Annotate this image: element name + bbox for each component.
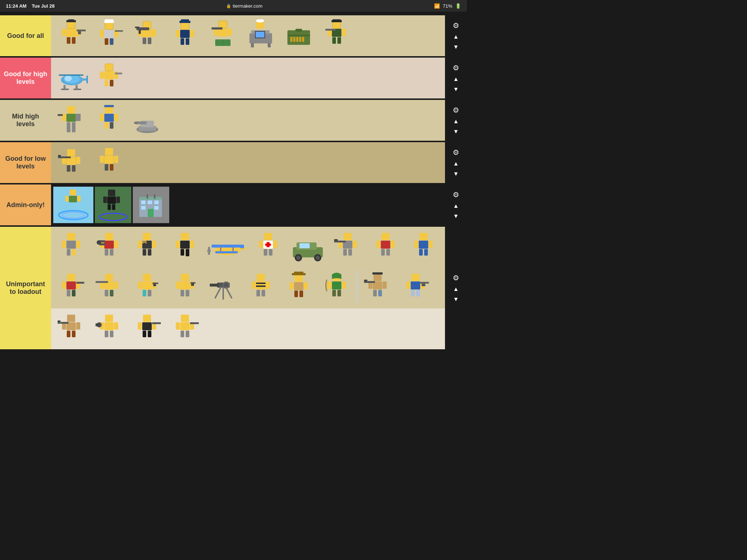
list-item[interactable] — [368, 229, 404, 265]
gear-button[interactable]: ⚙ — [450, 273, 461, 283]
list-item[interactable] — [281, 270, 317, 306]
list-item[interactable] — [319, 270, 355, 306]
list-item[interactable] — [205, 270, 241, 306]
list-item[interactable] — [167, 18, 204, 54]
svg-rect-14 — [100, 30, 104, 37]
list-item[interactable] — [319, 18, 355, 54]
svg-rect-115 — [100, 156, 104, 163]
list-item[interactable] — [53, 229, 90, 265]
svg-rect-150 — [72, 249, 76, 256]
svg-rect-274 — [337, 290, 341, 296]
down-button[interactable]: ▼ — [451, 170, 461, 178]
gear-button[interactable]: ⚙ — [450, 63, 461, 73]
svg-rect-319 — [176, 322, 180, 330]
svg-rect-145 — [67, 233, 75, 240]
list-item[interactable] — [250, 229, 287, 265]
list-item[interactable] — [91, 102, 128, 139]
list-item[interactable] — [91, 270, 128, 306]
wifi-icon: 📶 — [434, 3, 440, 9]
svg-rect-297 — [67, 331, 70, 337]
list-item[interactable] — [167, 270, 204, 306]
list-item[interactable] — [360, 270, 396, 306]
svg-rect-103 — [136, 121, 147, 124]
character-svg — [246, 19, 277, 52]
list-item[interactable] — [129, 270, 166, 306]
up-button[interactable]: ▲ — [451, 117, 461, 125]
svg-rect-181 — [264, 233, 272, 240]
tripod-svg — [208, 272, 239, 304]
up-button[interactable]: ▲ — [451, 33, 461, 41]
list-item[interactable] — [91, 144, 128, 181]
list-item[interactable] — [243, 18, 279, 54]
list-item[interactable] — [288, 229, 328, 265]
up-button[interactable]: ▲ — [451, 75, 461, 83]
list-item[interactable] — [91, 18, 128, 54]
list-item[interactable] — [406, 229, 442, 265]
svg-rect-62 — [333, 19, 341, 21]
up-button[interactable]: ▲ — [451, 285, 461, 293]
svg-rect-171 — [186, 249, 189, 256]
list-item[interactable] — [129, 18, 166, 54]
svg-rect-253 — [257, 274, 265, 281]
list-item[interactable] — [91, 311, 128, 347]
svg-rect-59 — [302, 37, 304, 42]
list-item[interactable] — [205, 229, 249, 265]
list-item[interactable] — [95, 187, 131, 223]
list-item[interactable] — [133, 187, 169, 223]
svg-rect-23 — [143, 38, 146, 44]
up-button[interactable]: ▲ — [451, 202, 461, 210]
list-item[interactable] — [167, 229, 204, 265]
svg-rect-270 — [332, 281, 341, 289]
svg-rect-258 — [266, 281, 270, 289]
list-item[interactable] — [53, 18, 90, 54]
list-item[interactable] — [53, 311, 90, 347]
tier-content-mid-high — [51, 100, 445, 141]
list-item[interactable] — [205, 18, 241, 54]
tier-label-text: Admin-only! — [7, 201, 45, 209]
list-item[interactable] — [330, 229, 366, 265]
svg-rect-90 — [67, 122, 70, 132]
svg-rect-96 — [100, 114, 104, 121]
list-item[interactable] — [53, 102, 90, 139]
svg-rect-273 — [332, 290, 336, 296]
down-button[interactable]: ▼ — [451, 128, 461, 136]
svg-rect-215 — [424, 249, 428, 256]
down-button[interactable]: ▼ — [451, 85, 461, 93]
gear-button[interactable]: ⚙ — [450, 105, 461, 115]
list-item[interactable] — [91, 60, 128, 96]
svg-rect-141 — [148, 201, 152, 204]
list-item[interactable] — [167, 311, 204, 347]
list-item[interactable] — [53, 144, 90, 181]
gear-button[interactable]: ⚙ — [450, 20, 461, 31]
list-item[interactable] — [53, 187, 93, 223]
list-item[interactable] — [53, 270, 90, 306]
list-item[interactable] — [129, 102, 166, 139]
svg-rect-271 — [328, 281, 332, 289]
svg-rect-211 — [419, 241, 428, 249]
list-item[interactable] — [129, 229, 166, 265]
list-item[interactable] — [398, 270, 434, 306]
svg-rect-81 — [100, 71, 104, 79]
svg-rect-203 — [334, 239, 338, 241]
gear-button[interactable]: ⚙ — [450, 190, 461, 200]
down-button[interactable]: ▼ — [451, 295, 461, 303]
list-item[interactable] — [243, 270, 279, 306]
sniper-svg — [333, 231, 364, 264]
character-svg — [322, 19, 353, 52]
list-item[interactable] — [53, 60, 90, 96]
tier-label-admin: Admin-only! — [0, 184, 51, 225]
svg-rect-185 — [259, 241, 263, 248]
character-svg — [208, 19, 239, 52]
svg-rect-307 — [110, 331, 113, 337]
svg-rect-259 — [256, 290, 260, 296]
down-button[interactable]: ▼ — [451, 212, 461, 220]
svg-rect-24 — [148, 38, 151, 44]
list-item[interactable] — [91, 229, 128, 265]
up-button[interactable]: ▲ — [451, 160, 461, 168]
list-item[interactable] — [129, 311, 166, 347]
down-button[interactable]: ▼ — [451, 43, 461, 51]
gear-button[interactable]: ⚙ — [450, 147, 461, 158]
svg-rect-255 — [256, 283, 266, 284]
time-date: 11:24 AM Tue Jul 28 — [6, 3, 55, 9]
list-item[interactable] — [281, 18, 317, 54]
